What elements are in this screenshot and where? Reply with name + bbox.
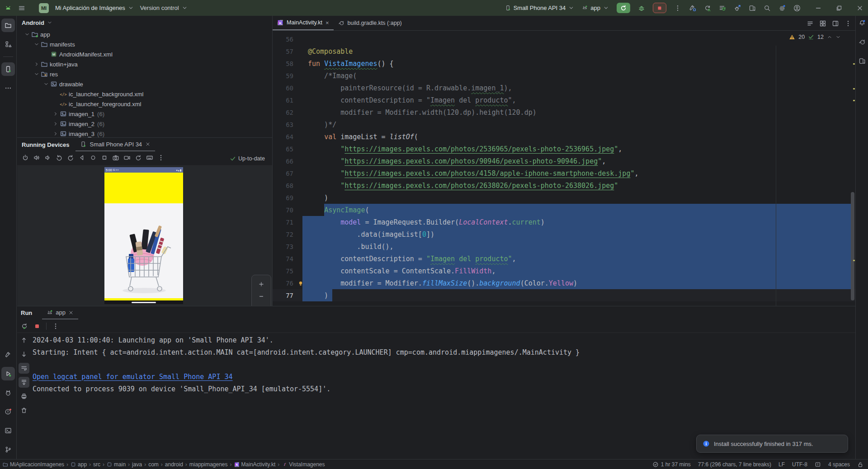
apply-changes-button[interactable] — [704, 5, 711, 12]
breadcrumb-app[interactable]: app — [71, 461, 87, 468]
project-selector[interactable]: Mi Aplicación de Imágenes — [55, 5, 134, 11]
clear-console-button[interactable] — [19, 405, 29, 416]
print-button[interactable] — [19, 391, 29, 402]
code-line-77[interactable]: 77 ) — [273, 289, 855, 301]
indent-widget[interactable]: 4 spaces — [828, 461, 850, 468]
maximize-button[interactable] — [835, 5, 843, 12]
code-line-64[interactable]: 64 val imageList = listOf( — [273, 131, 855, 143]
more-tool-windows-button[interactable] — [1, 81, 15, 95]
code-line-75[interactable]: 75 contentScale = ContentScale.FillWidth… — [273, 265, 855, 277]
notifications-button[interactable] — [859, 19, 866, 27]
window-layout-icon[interactable] — [832, 20, 839, 27]
code-line-67[interactable]: 67 "https://images.pexels.com/photos/415… — [273, 167, 855, 179]
emulator-vol-down-button[interactable] — [44, 154, 52, 163]
warning-stripe-mark[interactable] — [853, 63, 855, 65]
code-line-66[interactable]: 66 "https://images.pexels.com/photos/909… — [273, 155, 855, 167]
run-tool-button[interactable] — [1, 367, 15, 380]
emulator-keyboard-button[interactable] — [146, 154, 153, 163]
git-tool-button[interactable] — [1, 443, 15, 456]
next-occurrence-button[interactable] — [19, 349, 29, 360]
scroll-to-end-button[interactable] — [19, 377, 29, 388]
search-everywhere-button[interactable] — [764, 5, 771, 12]
chevron-right-icon[interactable] — [52, 131, 60, 136]
breadcrumb-com[interactable]: com — [148, 461, 159, 468]
device-selector[interactable]: Small Phone API 34 — [505, 5, 575, 11]
tree-item-manifests[interactable]: manifests — [17, 39, 272, 49]
close-icon[interactable] — [145, 141, 151, 147]
emulator-nav-home-button[interactable] — [90, 154, 97, 163]
chevron-down-icon[interactable] — [23, 32, 31, 37]
zoom-in-button[interactable] — [258, 281, 265, 288]
chevron-right-icon[interactable] — [52, 111, 60, 117]
open-logcat-link[interactable]: Open logcat panel for emulator Small Pho… — [33, 373, 233, 381]
attach-debugger-button[interactable] — [734, 5, 741, 12]
code-area[interactable]: 5657@Composable58fun VistaImagenes() {59… — [273, 31, 855, 306]
problems-tool-button[interactable] — [1, 405, 15, 418]
debug-button[interactable] — [638, 5, 645, 12]
tab-mainactivity[interactable]: K MainActivity.kt × — [273, 16, 334, 30]
inspection-profile-icon[interactable] — [815, 461, 821, 468]
breadcrumb-android[interactable]: android — [165, 461, 183, 468]
intention-bulb-icon[interactable] — [293, 280, 308, 286]
tree-item-ic-launcher-foreground-xml[interactable]: </>ic_launcher_foreground.xml — [17, 99, 272, 109]
code-line-71[interactable]: 71 model = ImageRequest.Builder(LocalCon… — [273, 216, 855, 228]
code-line-68[interactable]: 68 "https://images.pexels.com/photos/263… — [273, 179, 855, 192]
code-line-62[interactable]: 62 modifier = Modifier.width(120.dp).hei… — [273, 106, 855, 118]
emulator-kebab-button[interactable] — [157, 154, 165, 163]
code-line-61[interactable]: 61 contentDescription = "Imagen del prod… — [273, 94, 855, 106]
code-line-69[interactable]: 69 ) — [273, 192, 855, 204]
file-lock-icon[interactable] — [857, 461, 863, 468]
split-editor-icon[interactable] — [819, 20, 826, 27]
terminal-tool-button[interactable] — [1, 424, 15, 437]
chevron-down-icon[interactable] — [33, 71, 41, 77]
emulator-video-button[interactable] — [123, 154, 131, 163]
breadcrumb-main[interactable]: main — [107, 461, 126, 468]
next-problem-button[interactable] — [835, 34, 841, 40]
tab-build-gradle[interactable]: build.gradle.kts (:app) — [334, 16, 406, 30]
build-tool-button[interactable] — [1, 348, 15, 361]
run-tab-app[interactable]: app — [42, 306, 78, 319]
settings-button[interactable] — [778, 5, 786, 12]
version-control-menu[interactable]: Version control — [140, 5, 188, 11]
build-button[interactable] — [689, 5, 696, 12]
more-options-button[interactable] — [52, 323, 59, 330]
editor-layout-icon[interactable] — [807, 20, 814, 27]
breadcrumb-vistaimagenes[interactable]: fVistaImagenes — [282, 461, 325, 468]
sync-button[interactable] — [719, 5, 726, 12]
minimize-button[interactable] — [815, 5, 822, 12]
emulator-power-button[interactable] — [22, 154, 29, 163]
code-line-74[interactable]: 74 contentDescription = "Imagen del prod… — [273, 253, 855, 265]
tree-item-kotlin-java[interactable]: kotlin+java — [17, 59, 272, 69]
breadcrumb-java[interactable]: java — [132, 461, 142, 468]
zoom-out-button[interactable] — [258, 293, 265, 300]
gradle-tool-button[interactable] — [859, 38, 866, 46]
warning-stripe-mark[interactable] — [853, 260, 855, 261]
stop-process-button[interactable] — [33, 323, 41, 330]
tree-item-imagen-2[interactable]: imagen_2(6) — [17, 119, 272, 129]
code-line-65[interactable]: 65 "https://images.pexels.com/photos/253… — [273, 143, 855, 155]
chevron-right-icon[interactable] — [33, 61, 41, 67]
breadcrumb-mainactivity-kt[interactable]: KMainActivity.kt — [234, 461, 276, 468]
stop-button[interactable] — [653, 3, 666, 13]
line-separator-widget[interactable]: LF — [778, 461, 785, 468]
code-line-72[interactable]: 72 .data(imageList[0]) — [273, 228, 855, 240]
main-menu-button[interactable] — [18, 5, 25, 12]
code-line-60[interactable]: 60 painterResource(id = R.drawable.image… — [273, 82, 855, 94]
soft-wrap-button[interactable] — [19, 363, 29, 374]
encoding-widget[interactable]: UTF-8 — [792, 461, 807, 468]
tree-item-androidmanifest-xml[interactable]: MAndroidManifest.xml — [17, 49, 272, 59]
code-line-59[interactable]: 59 /*Image( — [273, 70, 855, 82]
close-tab-icon[interactable]: × — [326, 19, 329, 26]
code-line-70[interactable]: 70 AsyncImage( — [273, 204, 855, 216]
code-line-73[interactable]: 73 .build(), — [273, 240, 855, 253]
breadcrumb-miappimagenes[interactable]: miappimagenes — [189, 461, 228, 468]
chevron-down-icon[interactable] — [33, 42, 41, 47]
editor-scrollbar[interactable] — [851, 192, 854, 300]
previous-problem-button[interactable] — [827, 34, 832, 40]
inspections-widget[interactable]: 20 12 — [787, 33, 843, 41]
run-configuration-selector[interactable]: app — [582, 5, 609, 11]
code-line-63[interactable]: 63 )*/ — [273, 118, 855, 131]
tree-item-imagen-3[interactable]: imagen_3(6) — [17, 129, 272, 137]
emulator-snapshot-button[interactable] — [135, 154, 142, 163]
tree-item-res[interactable]: res — [17, 69, 272, 79]
